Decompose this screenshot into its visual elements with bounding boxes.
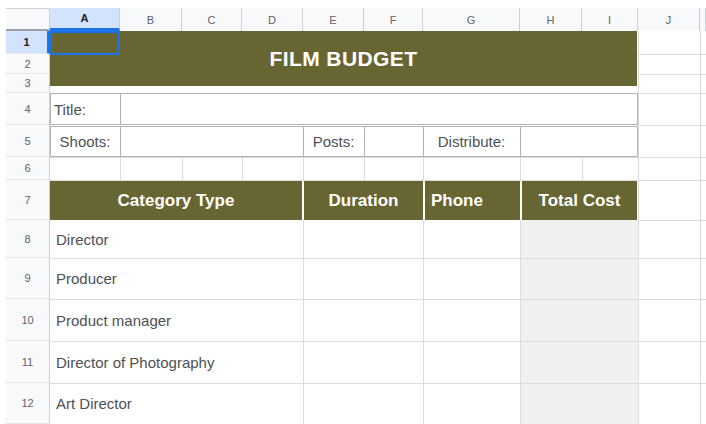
shoots-label-cell[interactable]: Shoots: — [50, 126, 120, 157]
gridline — [700, 31, 701, 424]
column-header-c[interactable]: C — [182, 8, 242, 31]
cell-total-cost-row8[interactable] — [520, 220, 638, 258]
column-header-e[interactable]: E — [303, 8, 364, 31]
cell-phone-row8[interactable] — [424, 220, 519, 257]
gridline — [303, 157, 304, 180]
cell-phone-row11[interactable] — [424, 341, 519, 382]
row-header-1[interactable]: 1 — [6, 31, 50, 54]
cell-total-cost-row11[interactable] — [520, 341, 638, 383]
cell-total-cost-row10[interactable] — [520, 299, 638, 341]
cell-total-cost-row9[interactable] — [520, 258, 638, 299]
cell-duration-row12[interactable] — [304, 383, 422, 423]
row-header-8[interactable]: 8 — [6, 220, 50, 258]
gridline — [582, 157, 583, 180]
gridline — [50, 157, 706, 158]
column-header-a[interactable]: A — [50, 8, 120, 31]
cell-category-row10[interactable]: Product manager — [50, 299, 302, 341]
row-header-5[interactable]: 5 — [6, 125, 50, 157]
row-header-3[interactable]: 3 — [6, 74, 50, 93]
column-header-d[interactable]: D — [242, 8, 303, 31]
row-header-11[interactable]: 11 — [6, 341, 50, 383]
select-all-corner[interactable] — [6, 8, 50, 31]
column-header-f[interactable]: F — [364, 8, 423, 31]
gridline — [182, 157, 183, 180]
distribute-value-cell[interactable] — [521, 127, 637, 156]
cell-phone-row10[interactable] — [424, 299, 519, 340]
header-duration[interactable]: Duration — [304, 181, 423, 220]
column-header-j[interactable]: J — [638, 8, 700, 31]
cell-category-row8[interactable]: Director — [50, 220, 302, 258]
cell-duration-row11[interactable] — [304, 341, 422, 382]
distribute-label-cell[interactable]: Distribute: — [423, 126, 520, 157]
shoots-value-cell[interactable] — [121, 127, 302, 156]
film-budget-banner[interactable]: FILM BUDGET — [50, 31, 637, 86]
gridline — [638, 220, 706, 221]
cell-duration-row9[interactable] — [304, 258, 422, 298]
column-header-g[interactable]: G — [423, 8, 520, 31]
column-header-i[interactable]: I — [582, 8, 638, 31]
column-header-k-partial[interactable] — [700, 8, 706, 31]
row-header-12[interactable]: 12 — [6, 383, 50, 424]
cell-duration-row10[interactable] — [304, 299, 422, 340]
gridline — [520, 220, 521, 424]
row-header-7[interactable]: 7 — [6, 180, 50, 220]
gridline — [364, 157, 365, 180]
posts-label-cell[interactable]: Posts: — [303, 126, 364, 157]
header-phone[interactable]: Phone — [425, 181, 520, 220]
cell-phone-row9[interactable] — [424, 258, 519, 298]
active-cell-selection-border — [50, 31, 120, 55]
row-header-9[interactable]: 9 — [6, 258, 50, 299]
posts-value-cell[interactable] — [365, 127, 422, 156]
cell-category-row11[interactable]: Director of Photography — [50, 341, 302, 383]
gridline — [638, 54, 706, 55]
header-category-type[interactable]: Category Type — [50, 181, 302, 220]
column-header-h[interactable]: H — [520, 8, 582, 31]
gridline — [638, 125, 706, 126]
row-header-4[interactable]: 4 — [6, 93, 50, 125]
gridline — [423, 157, 424, 180]
cell-total-cost-row12[interactable] — [520, 383, 638, 424]
gridline — [638, 31, 639, 424]
cell-phone-row12[interactable] — [424, 383, 519, 423]
title-value-cell[interactable] — [121, 94, 637, 124]
gridline — [242, 157, 243, 180]
row-header-10[interactable]: 10 — [6, 299, 50, 341]
cell-category-row9[interactable]: Producer — [50, 258, 302, 299]
header-total-cost[interactable]: Total Cost — [522, 181, 637, 220]
gridline — [520, 157, 521, 180]
cell-duration-row8[interactable] — [304, 220, 422, 257]
spreadsheet: FILM BUDGET Title: Shoots: Posts: Distri… — [0, 0, 706, 424]
row-header-6[interactable]: 6 — [6, 157, 50, 180]
gridline — [638, 74, 706, 75]
column-header-b[interactable]: B — [120, 8, 182, 31]
title-label-cell[interactable]: Title: — [54, 93, 118, 125]
gridline — [120, 157, 121, 180]
cell-category-row12[interactable]: Art Director — [50, 383, 302, 424]
row-header-2[interactable]: 2 — [6, 54, 50, 74]
